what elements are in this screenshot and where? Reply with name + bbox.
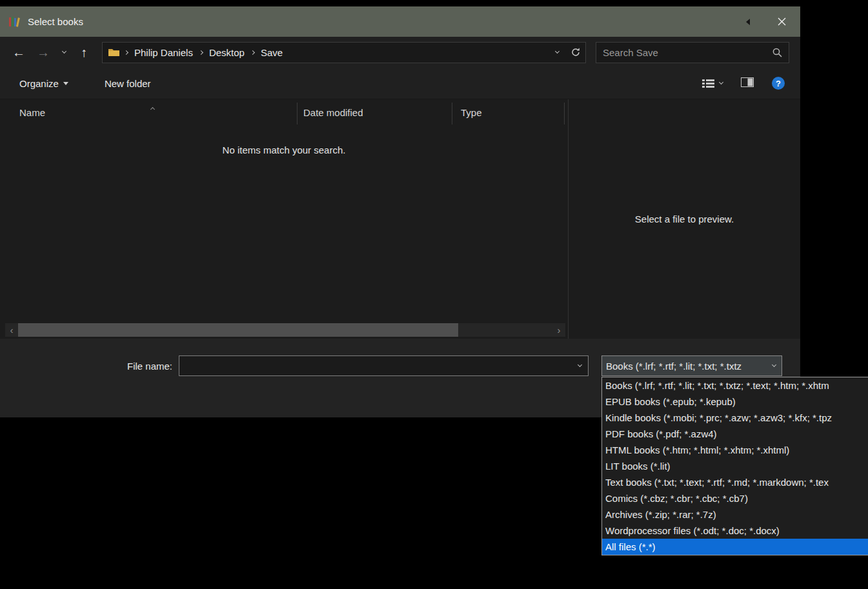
address-dropdown-button[interactable] bbox=[548, 52, 566, 53]
file-type-option-archives[interactable]: Archives (*.zip; *.rar; *.7z) bbox=[602, 506, 868, 523]
breadcrumb-separator-icon bbox=[246, 51, 259, 54]
sort-ascending-icon bbox=[151, 102, 154, 113]
search-icon bbox=[772, 47, 783, 58]
titlebar: Select books bbox=[0, 6, 800, 37]
chevron-down-icon bbox=[61, 49, 66, 54]
file-name-input[interactable] bbox=[179, 361, 571, 372]
scroll-left-button[interactable]: ‹ bbox=[5, 323, 18, 337]
chevron-down-icon bbox=[577, 363, 581, 367]
chevron-down-icon bbox=[766, 365, 782, 366]
column-divider[interactable] bbox=[452, 103, 452, 125]
file-name-history-button[interactable] bbox=[571, 365, 588, 366]
calibre-app-icon bbox=[8, 16, 21, 28]
file-type-option-kindle[interactable]: Kindle books (*.mobi; *.prc; *.azw; *.az… bbox=[602, 410, 868, 426]
column-headers: Name Date modified Type bbox=[0, 99, 568, 128]
empty-list-message: No items match your search. bbox=[0, 145, 568, 155]
column-divider[interactable] bbox=[297, 103, 298, 125]
file-type-option-all-files[interactable]: All files (*.*) bbox=[602, 539, 868, 555]
file-type-dropdown-list: Books (*.lrf; *.rtf; *.lit; *.txt; *.txt… bbox=[601, 377, 868, 555]
file-type-value: Books (*.lrf; *.rtf; *.lit; *.txt; *.txt… bbox=[606, 361, 766, 372]
preview-pane-button[interactable] bbox=[741, 77, 754, 90]
file-type-option-pdf[interactable]: PDF books (*.pdf; *.azw4) bbox=[602, 426, 868, 442]
organize-label: Organize bbox=[19, 78, 59, 89]
select-books-dialog: Select books ← → ↑ bbox=[0, 6, 800, 417]
left-triangle-icon bbox=[746, 19, 750, 25]
help-button[interactable]: ? bbox=[772, 77, 785, 90]
file-name-field bbox=[179, 355, 589, 376]
breadcrumb-item-save[interactable]: Save bbox=[259, 46, 284, 59]
organize-button[interactable]: Organize bbox=[19, 78, 68, 89]
breadcrumb-separator-icon bbox=[194, 51, 208, 54]
folder-icon bbox=[108, 48, 119, 57]
refresh-button[interactable] bbox=[566, 47, 585, 57]
breadcrumb-item-desktop[interactable]: Desktop bbox=[208, 46, 246, 59]
chevron-down-icon bbox=[554, 49, 559, 54]
column-divider[interactable] bbox=[564, 103, 565, 125]
up-button[interactable]: ↑ bbox=[72, 45, 96, 60]
file-name-label: File name: bbox=[0, 361, 172, 372]
file-list-area: Name Date modified Type No items match y… bbox=[0, 99, 800, 339]
file-type-option-books[interactable]: Books (*.lrf; *.rtf; *.lit; *.txt; *.txt… bbox=[602, 377, 868, 394]
scroll-right-button[interactable]: › bbox=[552, 323, 565, 337]
file-type-option-lit[interactable]: LIT books (*.lit) bbox=[602, 458, 868, 474]
file-type-option-text[interactable]: Text books (*.txt; *.text; *.rtf; *.md; … bbox=[602, 474, 868, 490]
file-type-option-wordprocessor[interactable]: Wordprocessor files (*.odt; *.doc; *.doc… bbox=[602, 523, 868, 539]
file-type-option-epub[interactable]: EPUB books (*.epub; *.kepub) bbox=[602, 394, 868, 410]
refresh-icon bbox=[570, 47, 581, 57]
file-type-combobox[interactable]: Books (*.lrf; *.rtf; *.lit; *.txt; *.txt… bbox=[601, 355, 782, 376]
forward-button[interactable]: → bbox=[31, 45, 56, 60]
new-folder-button[interactable]: New folder bbox=[105, 78, 151, 89]
close-button[interactable] bbox=[763, 6, 800, 37]
navigation-bar: ← → ↑ Philip Daniels Desktop Save bbox=[0, 37, 800, 68]
recent-locations-button[interactable] bbox=[56, 52, 72, 53]
column-header-type[interactable]: Type bbox=[461, 107, 482, 118]
search-input[interactable] bbox=[596, 47, 765, 58]
window-title: Select books bbox=[28, 16, 83, 27]
file-type-option-html[interactable]: HTML books (*.htm; *.html; *.xhtm; *.xht… bbox=[602, 442, 868, 458]
details-view-icon bbox=[702, 79, 714, 88]
file-type-option-comics[interactable]: Comics (*.cbz; *.cbr; *.cbc; *.cb7) bbox=[602, 490, 868, 506]
chevron-down-icon bbox=[719, 80, 723, 85]
back-button[interactable]: ← bbox=[6, 45, 31, 60]
address-bar[interactable]: Philip Daniels Desktop Save bbox=[102, 42, 586, 63]
breadcrumb-item-user[interactable]: Philip Daniels bbox=[133, 46, 194, 59]
search-box bbox=[596, 42, 789, 63]
horizontal-scrollbar[interactable]: ‹ › bbox=[5, 323, 565, 337]
column-header-name[interactable]: Name bbox=[19, 107, 45, 118]
search-button[interactable] bbox=[765, 47, 789, 58]
titlebar-arrow-button[interactable] bbox=[733, 6, 763, 37]
change-view-button[interactable] bbox=[702, 79, 723, 88]
preview-pane-icon bbox=[741, 77, 754, 87]
close-icon bbox=[777, 17, 787, 26]
column-header-date-modified[interactable]: Date modified bbox=[303, 107, 363, 118]
preview-placeholder-message: Select a file to preview. bbox=[569, 99, 800, 339]
scrollbar-thumb[interactable] bbox=[18, 323, 458, 337]
chevron-down-icon bbox=[63, 82, 68, 85]
breadcrumb-separator-icon bbox=[119, 51, 133, 54]
command-toolbar: Organize New folder bbox=[0, 68, 800, 99]
